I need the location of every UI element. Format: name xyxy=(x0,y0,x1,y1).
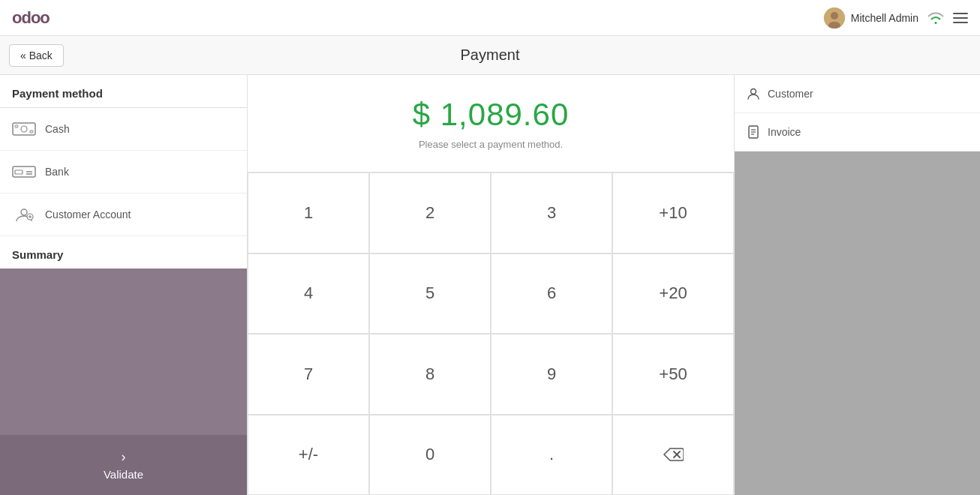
amount-number: 1,089.60 xyxy=(440,97,570,132)
bank-label: Bank xyxy=(45,166,69,178)
svg-rect-9 xyxy=(30,130,33,133)
validate-chevron-icon: › xyxy=(122,449,126,465)
invoice-icon xyxy=(747,125,760,139)
person-icon xyxy=(747,87,760,100)
right-sidebar-content xyxy=(735,152,980,495)
svg-rect-4 xyxy=(953,17,968,19)
svg-rect-11 xyxy=(15,170,23,174)
back-button[interactable]: « Back xyxy=(9,44,64,67)
summary-title: Summary xyxy=(0,236,247,268)
avatar-svg xyxy=(824,8,845,28)
numpad-9[interactable]: 9 xyxy=(491,334,612,415)
customer-account-icon xyxy=(12,206,36,224)
backspace-icon xyxy=(663,447,684,462)
header-bar: « Back Payment xyxy=(0,36,980,75)
sidebar-item-customer[interactable]: Customer xyxy=(735,75,980,113)
main-layout: Payment method Cash xyxy=(0,75,980,495)
center-area: $ 1,089.60 Please select a payment metho… xyxy=(248,75,735,495)
svg-point-7 xyxy=(21,126,27,132)
user-name: Mitchell Admin xyxy=(851,12,918,24)
numpad-8[interactable]: 8 xyxy=(369,334,491,415)
numpad-7[interactable]: 7 xyxy=(248,334,369,415)
numpad-dot[interactable]: . xyxy=(491,415,612,496)
amount-hint: Please select a payment method. xyxy=(419,139,563,150)
topnav: odoo Mitchell Admin xyxy=(0,0,980,36)
customer-account-label: Customer Account xyxy=(45,208,131,220)
numpad-plus50[interactable]: +50 xyxy=(612,334,734,415)
logo-text: odoo xyxy=(12,8,50,28)
numpad-3[interactable]: 3 xyxy=(491,172,612,254)
user-info: Mitchell Admin xyxy=(824,8,918,28)
avatar xyxy=(824,8,845,28)
numpad-5[interactable]: 5 xyxy=(369,254,491,334)
numpad-1[interactable]: 1 xyxy=(248,172,369,254)
numpad-backspace[interactable] xyxy=(612,415,734,496)
svg-rect-8 xyxy=(15,125,18,128)
svg-point-20 xyxy=(751,89,756,94)
payment-method-bank[interactable]: Bank xyxy=(0,151,247,194)
topnav-right: Mitchell Admin xyxy=(824,8,968,28)
cash-icon xyxy=(12,120,36,138)
svg-rect-5 xyxy=(953,22,968,23)
numpad-4[interactable]: 4 xyxy=(248,254,369,334)
cash-label: Cash xyxy=(45,123,70,135)
numpad-plusminus[interactable]: +/- xyxy=(248,415,369,496)
right-sidebar: Customer Invoice xyxy=(735,75,980,495)
payment-method-cash[interactable]: Cash xyxy=(0,108,247,151)
svg-rect-3 xyxy=(953,13,968,14)
numpad: 1 2 3 +10 4 5 6 +20 7 8 9 +50 +/- 0 . xyxy=(248,172,734,495)
numpad-2[interactable]: 2 xyxy=(369,172,491,254)
bank-icon xyxy=(12,163,36,181)
svg-point-14 xyxy=(21,209,27,215)
logo: odoo xyxy=(12,8,50,28)
numpad-plus10[interactable]: +10 xyxy=(612,172,734,254)
left-sidebar: Payment method Cash xyxy=(0,75,248,495)
customer-label: Customer xyxy=(768,88,813,100)
numpad-plus20[interactable]: +20 xyxy=(612,254,734,334)
svg-point-1 xyxy=(831,12,838,20)
amount-display: $ 1,089.60 Please select a payment metho… xyxy=(248,75,734,172)
summary-content xyxy=(0,268,247,435)
svg-rect-6 xyxy=(13,123,35,135)
payment-method-title: Payment method xyxy=(0,75,247,108)
validate-label: Validate xyxy=(104,468,143,481)
amount-value: $ 1,089.60 xyxy=(413,97,570,133)
numpad-6[interactable]: 6 xyxy=(491,254,612,334)
page-title: Payment xyxy=(461,46,520,64)
menu-icon[interactable] xyxy=(953,13,968,23)
payment-method-customer-account[interactable]: Customer Account xyxy=(0,194,247,236)
currency-symbol: $ xyxy=(413,97,440,132)
wifi-icon xyxy=(927,12,944,24)
validate-button[interactable]: › Validate xyxy=(0,435,247,495)
sidebar-item-invoice[interactable]: Invoice xyxy=(735,113,980,152)
numpad-0[interactable]: 0 xyxy=(369,415,491,496)
invoice-label: Invoice xyxy=(768,126,801,138)
